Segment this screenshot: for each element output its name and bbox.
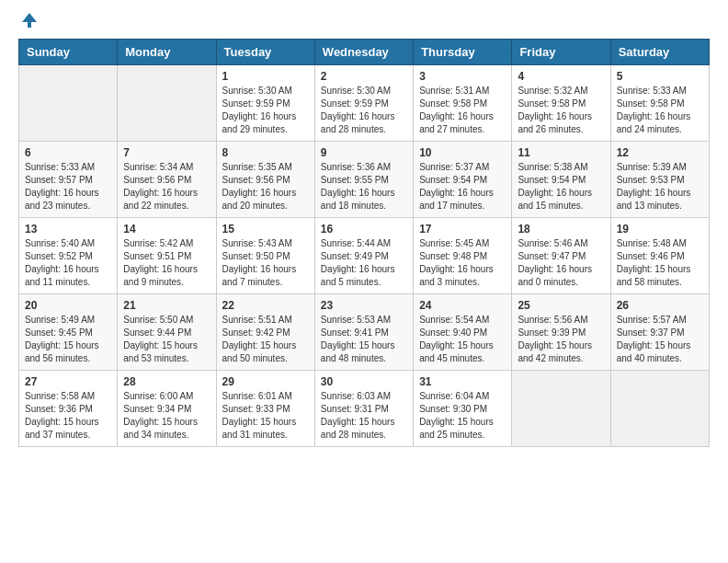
logo-icon — [20, 11, 39, 29]
day-number: 21 — [123, 299, 210, 312]
day-info: Sunrise: 5:46 AM Sunset: 9:47 PM Dayligh… — [518, 237, 604, 289]
day-info: Sunrise: 5:43 AM Sunset: 9:50 PM Dayligh… — [222, 237, 309, 289]
page: SundayMondayTuesdayWednesdayThursdayFrid… — [0, 0, 728, 456]
weekday-header-monday: Monday — [118, 40, 216, 65]
day-info: Sunrise: 5:42 AM Sunset: 9:51 PM Dayligh… — [123, 237, 210, 289]
calendar-cell: 13Sunrise: 5:40 AM Sunset: 9:52 PM Dayli… — [19, 218, 118, 294]
weekday-header-row: SundayMondayTuesdayWednesdayThursdayFrid… — [19, 40, 710, 65]
day-number: 12 — [617, 146, 703, 159]
calendar-cell: 16Sunrise: 5:44 AM Sunset: 9:49 PM Dayli… — [314, 218, 413, 294]
day-number: 7 — [123, 146, 210, 159]
calendar-cell: 10Sunrise: 5:37 AM Sunset: 9:54 PM Dayli… — [414, 142, 512, 218]
day-number: 15 — [222, 223, 309, 236]
calendar-cell: 12Sunrise: 5:39 AM Sunset: 9:53 PM Dayli… — [610, 142, 709, 218]
weekday-header-friday: Friday — [512, 40, 610, 65]
day-number: 19 — [617, 223, 703, 236]
day-number: 2 — [321, 70, 407, 83]
calendar-cell: 9Sunrise: 5:36 AM Sunset: 9:55 PM Daylig… — [314, 142, 413, 218]
calendar-cell: 14Sunrise: 5:42 AM Sunset: 9:51 PM Dayli… — [118, 218, 216, 294]
day-number: 29 — [222, 375, 309, 388]
calendar-cell — [118, 65, 216, 142]
day-info: Sunrise: 5:34 AM Sunset: 9:56 PM Dayligh… — [123, 161, 210, 213]
calendar-cell: 28Sunrise: 6:00 AM Sunset: 9:34 PM Dayli… — [118, 371, 216, 447]
calendar-cell — [512, 371, 610, 447]
week-row-3: 13Sunrise: 5:40 AM Sunset: 9:52 PM Dayli… — [19, 218, 710, 294]
week-row-2: 6Sunrise: 5:33 AM Sunset: 9:57 PM Daylig… — [19, 142, 710, 218]
day-number: 25 — [518, 299, 604, 312]
day-number: 6 — [25, 146, 111, 159]
calendar-cell: 7Sunrise: 5:34 AM Sunset: 9:56 PM Daylig… — [118, 142, 216, 218]
week-row-4: 20Sunrise: 5:49 AM Sunset: 9:45 PM Dayli… — [19, 294, 710, 371]
calendar-cell: 23Sunrise: 5:53 AM Sunset: 9:41 PM Dayli… — [314, 294, 413, 371]
day-info: Sunrise: 5:36 AM Sunset: 9:55 PM Dayligh… — [321, 161, 407, 213]
calendar-cell: 25Sunrise: 5:56 AM Sunset: 9:39 PM Dayli… — [512, 294, 610, 371]
day-number: 24 — [419, 299, 506, 312]
day-info: Sunrise: 6:00 AM Sunset: 9:34 PM Dayligh… — [123, 390, 210, 442]
day-info: Sunrise: 5:58 AM Sunset: 9:36 PM Dayligh… — [25, 390, 111, 442]
day-info: Sunrise: 5:30 AM Sunset: 9:59 PM Dayligh… — [321, 85, 407, 136]
day-number: 3 — [419, 70, 506, 83]
calendar-cell: 8Sunrise: 5:35 AM Sunset: 9:56 PM Daylig… — [216, 142, 314, 218]
day-info: Sunrise: 5:33 AM Sunset: 9:57 PM Dayligh… — [25, 161, 111, 213]
weekday-header-sunday: Sunday — [19, 40, 118, 65]
calendar-cell: 21Sunrise: 5:50 AM Sunset: 9:44 PM Dayli… — [118, 294, 216, 371]
calendar-cell: 24Sunrise: 5:54 AM Sunset: 9:40 PM Dayli… — [414, 294, 512, 371]
calendar-cell: 6Sunrise: 5:33 AM Sunset: 9:57 PM Daylig… — [19, 142, 118, 218]
day-number: 1 — [222, 70, 309, 83]
calendar-cell: 11Sunrise: 5:38 AM Sunset: 9:54 PM Dayli… — [512, 142, 610, 218]
day-number: 13 — [25, 223, 111, 236]
day-number: 4 — [518, 70, 604, 83]
day-number: 10 — [419, 146, 506, 159]
day-number: 9 — [321, 146, 407, 159]
calendar-cell: 4Sunrise: 5:32 AM Sunset: 9:58 PM Daylig… — [512, 65, 610, 142]
calendar-cell: 1Sunrise: 5:30 AM Sunset: 9:59 PM Daylig… — [216, 65, 314, 142]
day-info: Sunrise: 5:57 AM Sunset: 9:37 PM Dayligh… — [617, 314, 703, 365]
day-number: 23 — [321, 299, 407, 312]
calendar-cell: 5Sunrise: 5:33 AM Sunset: 9:58 PM Daylig… — [610, 65, 709, 142]
day-number: 30 — [321, 375, 407, 388]
day-info: Sunrise: 5:35 AM Sunset: 9:56 PM Dayligh… — [222, 161, 309, 213]
day-info: Sunrise: 5:51 AM Sunset: 9:42 PM Dayligh… — [222, 314, 309, 365]
day-number: 14 — [123, 223, 210, 236]
calendar-cell: 20Sunrise: 5:49 AM Sunset: 9:45 PM Dayli… — [19, 294, 118, 371]
day-info: Sunrise: 6:03 AM Sunset: 9:31 PM Dayligh… — [321, 390, 407, 442]
day-info: Sunrise: 5:40 AM Sunset: 9:52 PM Dayligh… — [25, 237, 111, 289]
calendar-cell: 29Sunrise: 6:01 AM Sunset: 9:33 PM Dayli… — [216, 371, 314, 447]
day-info: Sunrise: 5:48 AM Sunset: 9:46 PM Dayligh… — [617, 237, 703, 289]
calendar-cell: 30Sunrise: 6:03 AM Sunset: 9:31 PM Dayli… — [314, 371, 413, 447]
day-info: Sunrise: 5:39 AM Sunset: 9:53 PM Dayligh… — [617, 161, 703, 213]
day-number: 11 — [518, 146, 604, 159]
calendar-cell: 31Sunrise: 6:04 AM Sunset: 9:30 PM Dayli… — [414, 371, 512, 447]
day-info: Sunrise: 5:44 AM Sunset: 9:49 PM Dayligh… — [321, 237, 407, 289]
day-info: Sunrise: 6:04 AM Sunset: 9:30 PM Dayligh… — [419, 390, 506, 442]
calendar-cell: 17Sunrise: 5:45 AM Sunset: 9:48 PM Dayli… — [414, 218, 512, 294]
day-number: 28 — [123, 375, 210, 388]
calendar-table: SundayMondayTuesdayWednesdayThursdayFrid… — [18, 39, 710, 447]
day-info: Sunrise: 5:31 AM Sunset: 9:58 PM Dayligh… — [419, 85, 506, 136]
day-info: Sunrise: 5:56 AM Sunset: 9:39 PM Dayligh… — [518, 314, 604, 365]
day-number: 22 — [222, 299, 309, 312]
header — [18, 18, 710, 29]
day-info: Sunrise: 5:38 AM Sunset: 9:54 PM Dayligh… — [518, 161, 604, 213]
day-info: Sunrise: 5:37 AM Sunset: 9:54 PM Dayligh… — [419, 161, 506, 213]
day-number: 18 — [518, 223, 604, 236]
day-number: 16 — [321, 223, 407, 236]
weekday-header-thursday: Thursday — [414, 40, 512, 65]
calendar-cell: 22Sunrise: 5:51 AM Sunset: 9:42 PM Dayli… — [216, 294, 314, 371]
day-info: Sunrise: 5:30 AM Sunset: 9:59 PM Dayligh… — [222, 85, 309, 136]
day-number: 5 — [617, 70, 703, 83]
week-row-1: 1Sunrise: 5:30 AM Sunset: 9:59 PM Daylig… — [19, 65, 710, 142]
calendar-cell — [610, 371, 709, 447]
weekday-header-saturday: Saturday — [610, 40, 709, 65]
weekday-header-tuesday: Tuesday — [216, 40, 314, 65]
calendar-cell: 3Sunrise: 5:31 AM Sunset: 9:58 PM Daylig… — [414, 65, 512, 142]
svg-marker-0 — [22, 13, 37, 28]
day-info: Sunrise: 5:53 AM Sunset: 9:41 PM Dayligh… — [321, 314, 407, 365]
weekday-header-wednesday: Wednesday — [314, 40, 413, 65]
day-info: Sunrise: 5:32 AM Sunset: 9:58 PM Dayligh… — [518, 85, 604, 136]
calendar-cell: 19Sunrise: 5:48 AM Sunset: 9:46 PM Dayli… — [610, 218, 709, 294]
day-info: Sunrise: 5:49 AM Sunset: 9:45 PM Dayligh… — [25, 314, 111, 365]
day-number: 17 — [419, 223, 506, 236]
week-row-5: 27Sunrise: 5:58 AM Sunset: 9:36 PM Dayli… — [19, 371, 710, 447]
day-number: 26 — [617, 299, 703, 312]
